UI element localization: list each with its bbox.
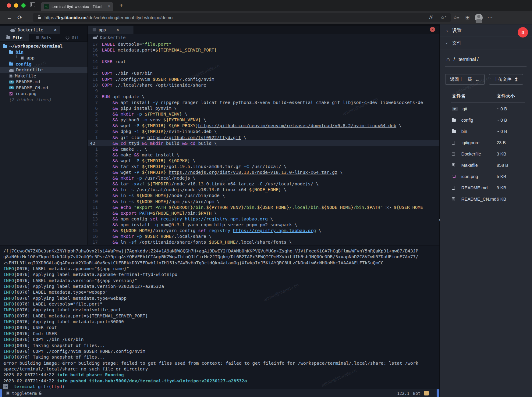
tree-item-label: README_CN.md xyxy=(16,85,48,91)
browser-tab[interactable]: >_ terminal-ttyd-wlotnipo - TitanI × xyxy=(41,2,113,11)
tree-item-config[interactable]: config xyxy=(0,61,87,67)
status-color-swatch xyxy=(424,391,429,395)
go-up-button[interactable]: 返回上一级 ← xyxy=(445,74,485,85)
tree-item-label: (2 hidden items) xyxy=(9,97,52,103)
tree-item-Makefile[interactable]: Makefile xyxy=(0,73,87,79)
explorer-tabs: File Bufs Git xyxy=(0,34,87,42)
file-row-icon.png[interactable]: icon.png5 KB xyxy=(446,171,525,182)
tab-bufs[interactable]: Bufs xyxy=(29,34,59,41)
tree-item-README_CN.md[interactable]: MREADME_CN.md xyxy=(0,85,87,91)
close-window-icon[interactable] xyxy=(7,3,11,8)
editor-line: 11 && echo "export PATH=${GOROOT}/bin:${… xyxy=(88,204,439,210)
line-number: 2 xyxy=(88,152,102,158)
line-number: 14 xyxy=(88,59,102,64)
favorites-icon[interactable]: ☆≣ xyxy=(451,14,462,21)
tab-git[interactable]: Git xyxy=(58,34,87,41)
new-tab-button[interactable]: + xyxy=(119,2,123,9)
read-aloud-icon[interactable]: A) xyxy=(427,15,436,20)
tree-item-2hiddenitems[interactable]: (2 hidden items) xyxy=(0,97,87,103)
terminal-line: INFO[0076] LABEL devtools="file,port" xyxy=(3,301,439,307)
back-icon[interactable]: ← xyxy=(4,14,15,21)
collections-icon[interactable]: ⊞ xyxy=(462,14,473,21)
tab-title: terminal-ttyd-wlotnipo - TitanI xyxy=(51,4,105,9)
refresh-icon[interactable]: ⟳ xyxy=(15,14,25,21)
line-number: 4 xyxy=(88,163,102,169)
editor-line: 13 xyxy=(88,64,439,70)
file-row-config[interactable]: config~ 0 B xyxy=(446,114,525,126)
tab-close-icon[interactable]: × xyxy=(108,4,110,9)
editor-line: 3 && wget -P ${TMPDIR} ${GH_PROXY}https:… xyxy=(88,123,439,128)
expand-panel-icon[interactable]: › xyxy=(438,216,441,223)
tab-file[interactable]: File xyxy=(0,34,29,41)
editor-lines[interactable]: 17LABEL devtools="file,port"16LABEL meta… xyxy=(88,41,439,245)
browser-menu-icon[interactable]: ⋯ xyxy=(484,14,495,21)
file-name: README_CN.md xyxy=(459,197,497,202)
tree-item-bin[interactable]: bin xyxy=(0,49,87,55)
minimize-window-icon[interactable] xyxy=(14,3,18,8)
file-row-.gitignore[interactable]: .gitignore23 B xyxy=(446,137,525,148)
line-number: 5 xyxy=(88,111,102,117)
zoom-window-icon[interactable] xyxy=(21,3,26,8)
window-controls[interactable] xyxy=(7,3,26,8)
git-tab-icon xyxy=(66,36,70,40)
toggleterm-label[interactable]: toggleterm xyxy=(12,391,37,396)
buffer-tab-close-icon[interactable]: × xyxy=(54,27,57,33)
file-row-Dockerfile[interactable]: Dockerfile3 KB xyxy=(446,148,525,159)
editor-line: 16LABEL metadata.port=${TERMINAL_SERVER_… xyxy=(88,47,439,53)
terminal-panel[interactable]: /fj7CcwoCW7ZXBc3snKxZNYHpbh7uhwOvx2lsi4W… xyxy=(0,245,439,389)
tree-item-icon.png[interactable]: icon.png xyxy=(0,91,87,97)
url-field[interactable]: https://try.titanide.cn/ide/web/coding/t… xyxy=(33,13,451,22)
column-filename: 文件名 xyxy=(452,93,497,99)
editor-line: 6 && pip3 install pynvim \ xyxy=(88,105,439,111)
terminal-line: INFO[0076] LABEL metadata.port=${TERMINA… xyxy=(3,313,439,319)
line-number: 9 xyxy=(88,88,102,94)
editor-row: Dockerfile × File Bufs xyxy=(0,24,439,245)
ide-page: Dockerfile × File Bufs xyxy=(0,24,532,397)
profile-avatar[interactable] xyxy=(475,14,483,22)
file-row-README.md[interactable]: README.md9 KB xyxy=(446,182,525,193)
file-row-README_CN.md[interactable]: README_CN.md6 KB xyxy=(446,193,525,205)
editor-tab-close-icon[interactable]: × xyxy=(116,27,119,32)
table-divider xyxy=(451,102,525,102)
tree-item-workspaceterminal[interactable]: ~/workspace/terminal xyxy=(0,43,87,49)
code-editor[interactable]: app × × Dockerfile 17LABEL devtools="fil… xyxy=(88,26,439,245)
file-row-Makefile[interactable]: Makefile858 B xyxy=(446,159,525,171)
editor-line: 10COPY ./.local/share /opt/titanide/shar… xyxy=(88,82,439,88)
tree-item-label: bin xyxy=(16,49,23,55)
folder-icon xyxy=(452,119,456,122)
tab-actions-icon[interactable] xyxy=(30,2,35,7)
upload-file-button[interactable]: 上传文件 ↥ xyxy=(489,74,523,85)
terminal-line: INFO[0076] Cmd: USER xyxy=(3,331,439,336)
editor-tab-app[interactable]: app × xyxy=(88,26,133,34)
add-favorite-icon[interactable]: ☆+ xyxy=(439,15,448,20)
line-number: 17 xyxy=(88,41,102,47)
page-url[interactable]: https://try.titanide.cn/ide/web/coding/t… xyxy=(44,15,424,20)
tree-item-app[interactable]: └app xyxy=(0,55,87,61)
editor-line: 15 && ${NODE_HOME}/bin/yarn config set r… xyxy=(88,227,439,233)
panel-close-button[interactable]: × xyxy=(430,27,435,32)
editor-line: 4 && tar xvf ${TMPDIR}/go1.19.5.linux-am… xyxy=(88,163,439,169)
buffer-tab-dockerfile[interactable]: Dockerfile × xyxy=(0,26,60,34)
terminal-line: INFO[0076] USER root xyxy=(3,324,439,330)
file-name: config xyxy=(459,118,497,123)
line-number: 12 xyxy=(88,210,102,216)
line-number: 2 xyxy=(88,128,102,134)
terminal-line: INFO[0076] Applying label devtools=file,… xyxy=(3,307,439,313)
editor-line: 2 && dpkg -i ${TMPDIR}/nvim-linux64.deb … xyxy=(88,128,439,134)
line-number: 12 xyxy=(88,70,102,76)
tree-item-Dockerfile[interactable]: Dockerfile xyxy=(0,67,87,73)
home-icon[interactable]: ⌂ xyxy=(446,56,450,63)
line-number: 14 xyxy=(88,222,102,227)
folder-icon xyxy=(452,130,456,133)
status-bar: toggleterm 122:1 Bot xyxy=(0,389,439,397)
section-files[interactable]: › 文件 xyxy=(440,37,532,49)
folder-open-icon xyxy=(9,51,13,54)
file-row-bin[interactable]: bin~ 0 B xyxy=(446,126,525,137)
terminal-prompt: ➜ terminal git:(ttyd) xyxy=(3,384,439,389)
file-row-.git[interactable]: git.git~ 0 B xyxy=(446,103,525,114)
tree-item-README.md[interactable]: MREADME.md xyxy=(0,79,87,85)
dockerfile-whale-icon xyxy=(10,29,15,32)
user-avatar-badge[interactable]: a xyxy=(518,27,528,38)
file-icon xyxy=(452,197,455,201)
statusbar-accent-bar xyxy=(0,389,2,397)
